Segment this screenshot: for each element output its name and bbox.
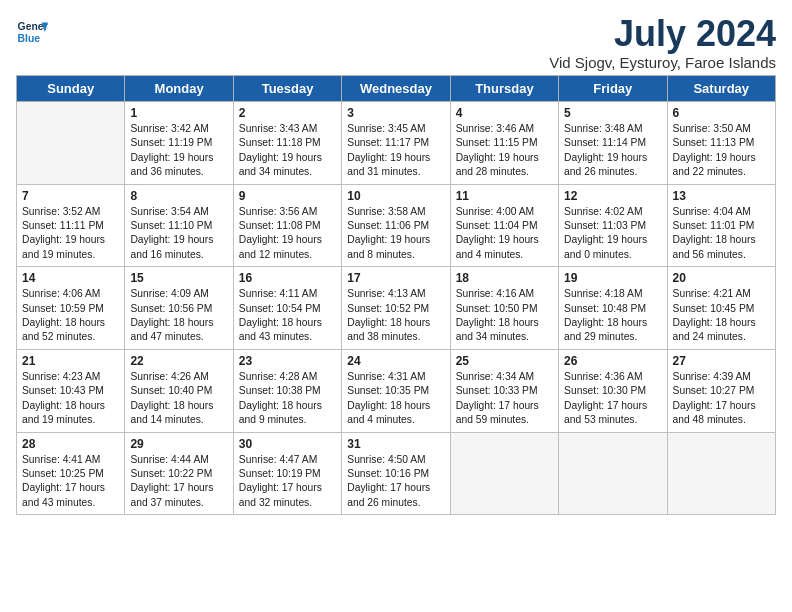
weekday-header-tuesday: Tuesday	[233, 76, 341, 102]
day-number: 17	[347, 271, 444, 285]
cell-info: Sunrise: 3:54 AM Sunset: 11:10 PM Daylig…	[130, 205, 227, 263]
cell-info: Sunrise: 4:02 AM Sunset: 11:03 PM Daylig…	[564, 205, 661, 263]
cell-info: Sunrise: 4:44 AM Sunset: 10:22 PM Daylig…	[130, 453, 227, 511]
cell-info: Sunrise: 4:34 AM Sunset: 10:33 PM Daylig…	[456, 370, 553, 428]
calendar-cell: 30Sunrise: 4:47 AM Sunset: 10:19 PM Dayl…	[233, 432, 341, 515]
cell-info: Sunrise: 3:42 AM Sunset: 11:19 PM Daylig…	[130, 122, 227, 180]
calendar-cell: 6Sunrise: 3:50 AM Sunset: 11:13 PM Dayli…	[667, 102, 775, 185]
calendar-cell: 4Sunrise: 3:46 AM Sunset: 11:15 PM Dayli…	[450, 102, 558, 185]
cell-info: Sunrise: 4:18 AM Sunset: 10:48 PM Daylig…	[564, 287, 661, 345]
calendar-cell	[17, 102, 125, 185]
cell-info: Sunrise: 3:45 AM Sunset: 11:17 PM Daylig…	[347, 122, 444, 180]
calendar-cell	[667, 432, 775, 515]
calendar-cell: 8Sunrise: 3:54 AM Sunset: 11:10 PM Dayli…	[125, 184, 233, 267]
cell-info: Sunrise: 4:47 AM Sunset: 10:19 PM Daylig…	[239, 453, 336, 511]
calendar-week-1: 1Sunrise: 3:42 AM Sunset: 11:19 PM Dayli…	[17, 102, 776, 185]
day-number: 4	[456, 106, 553, 120]
calendar-cell: 11Sunrise: 4:00 AM Sunset: 11:04 PM Dayl…	[450, 184, 558, 267]
calendar-cell: 5Sunrise: 3:48 AM Sunset: 11:14 PM Dayli…	[559, 102, 667, 185]
calendar-table: SundayMondayTuesdayWednesdayThursdayFrid…	[16, 75, 776, 515]
day-number: 7	[22, 189, 119, 203]
day-number: 9	[239, 189, 336, 203]
weekday-header-sunday: Sunday	[17, 76, 125, 102]
cell-info: Sunrise: 4:39 AM Sunset: 10:27 PM Daylig…	[673, 370, 770, 428]
weekday-header-row: SundayMondayTuesdayWednesdayThursdayFrid…	[17, 76, 776, 102]
day-number: 3	[347, 106, 444, 120]
day-number: 19	[564, 271, 661, 285]
day-number: 6	[673, 106, 770, 120]
day-number: 14	[22, 271, 119, 285]
weekday-header-friday: Friday	[559, 76, 667, 102]
calendar-cell: 2Sunrise: 3:43 AM Sunset: 11:18 PM Dayli…	[233, 102, 341, 185]
weekday-header-wednesday: Wednesday	[342, 76, 450, 102]
calendar-cell	[450, 432, 558, 515]
weekday-header-thursday: Thursday	[450, 76, 558, 102]
calendar-week-3: 14Sunrise: 4:06 AM Sunset: 10:59 PM Dayl…	[17, 267, 776, 350]
calendar-cell: 14Sunrise: 4:06 AM Sunset: 10:59 PM Dayl…	[17, 267, 125, 350]
day-number: 18	[456, 271, 553, 285]
calendar-cell: 23Sunrise: 4:28 AM Sunset: 10:38 PM Dayl…	[233, 349, 341, 432]
cell-info: Sunrise: 4:28 AM Sunset: 10:38 PM Daylig…	[239, 370, 336, 428]
calendar-cell: 28Sunrise: 4:41 AM Sunset: 10:25 PM Dayl…	[17, 432, 125, 515]
title-block: July 2024 Vid Sjogv, Eysturoy, Faroe Isl…	[549, 16, 776, 71]
cell-info: Sunrise: 4:21 AM Sunset: 10:45 PM Daylig…	[673, 287, 770, 345]
calendar-week-4: 21Sunrise: 4:23 AM Sunset: 10:43 PM Dayl…	[17, 349, 776, 432]
day-number: 30	[239, 437, 336, 451]
day-number: 15	[130, 271, 227, 285]
cell-info: Sunrise: 3:58 AM Sunset: 11:06 PM Daylig…	[347, 205, 444, 263]
calendar-cell: 29Sunrise: 4:44 AM Sunset: 10:22 PM Dayl…	[125, 432, 233, 515]
calendar-cell: 31Sunrise: 4:50 AM Sunset: 10:16 PM Dayl…	[342, 432, 450, 515]
day-number: 23	[239, 354, 336, 368]
cell-info: Sunrise: 4:16 AM Sunset: 10:50 PM Daylig…	[456, 287, 553, 345]
calendar-cell	[559, 432, 667, 515]
day-number: 20	[673, 271, 770, 285]
cell-info: Sunrise: 3:50 AM Sunset: 11:13 PM Daylig…	[673, 122, 770, 180]
calendar-cell: 27Sunrise: 4:39 AM Sunset: 10:27 PM Dayl…	[667, 349, 775, 432]
calendar-cell: 19Sunrise: 4:18 AM Sunset: 10:48 PM Dayl…	[559, 267, 667, 350]
calendar-week-2: 7Sunrise: 3:52 AM Sunset: 11:11 PM Dayli…	[17, 184, 776, 267]
logo: General Blue	[16, 16, 48, 48]
cell-info: Sunrise: 4:23 AM Sunset: 10:43 PM Daylig…	[22, 370, 119, 428]
day-number: 16	[239, 271, 336, 285]
cell-info: Sunrise: 4:09 AM Sunset: 10:56 PM Daylig…	[130, 287, 227, 345]
location-subtitle: Vid Sjogv, Eysturoy, Faroe Islands	[549, 54, 776, 71]
cell-info: Sunrise: 4:31 AM Sunset: 10:35 PM Daylig…	[347, 370, 444, 428]
calendar-cell: 17Sunrise: 4:13 AM Sunset: 10:52 PM Dayl…	[342, 267, 450, 350]
day-number: 13	[673, 189, 770, 203]
calendar-cell: 15Sunrise: 4:09 AM Sunset: 10:56 PM Dayl…	[125, 267, 233, 350]
day-number: 21	[22, 354, 119, 368]
calendar-cell: 16Sunrise: 4:11 AM Sunset: 10:54 PM Dayl…	[233, 267, 341, 350]
day-number: 25	[456, 354, 553, 368]
day-number: 31	[347, 437, 444, 451]
cell-info: Sunrise: 4:50 AM Sunset: 10:16 PM Daylig…	[347, 453, 444, 511]
day-number: 1	[130, 106, 227, 120]
cell-info: Sunrise: 4:11 AM Sunset: 10:54 PM Daylig…	[239, 287, 336, 345]
page-header: General Blue July 2024 Vid Sjogv, Eystur…	[16, 16, 776, 71]
cell-info: Sunrise: 4:26 AM Sunset: 10:40 PM Daylig…	[130, 370, 227, 428]
day-number: 2	[239, 106, 336, 120]
cell-info: Sunrise: 3:52 AM Sunset: 11:11 PM Daylig…	[22, 205, 119, 263]
day-number: 22	[130, 354, 227, 368]
calendar-cell: 13Sunrise: 4:04 AM Sunset: 11:01 PM Dayl…	[667, 184, 775, 267]
day-number: 28	[22, 437, 119, 451]
cell-info: Sunrise: 4:41 AM Sunset: 10:25 PM Daylig…	[22, 453, 119, 511]
day-number: 5	[564, 106, 661, 120]
calendar-cell: 10Sunrise: 3:58 AM Sunset: 11:06 PM Dayl…	[342, 184, 450, 267]
day-number: 8	[130, 189, 227, 203]
day-number: 10	[347, 189, 444, 203]
cell-info: Sunrise: 4:04 AM Sunset: 11:01 PM Daylig…	[673, 205, 770, 263]
calendar-cell: 26Sunrise: 4:36 AM Sunset: 10:30 PM Dayl…	[559, 349, 667, 432]
day-number: 12	[564, 189, 661, 203]
weekday-header-monday: Monday	[125, 76, 233, 102]
svg-text:Blue: Blue	[18, 33, 41, 44]
calendar-cell: 24Sunrise: 4:31 AM Sunset: 10:35 PM Dayl…	[342, 349, 450, 432]
day-number: 24	[347, 354, 444, 368]
weekday-header-saturday: Saturday	[667, 76, 775, 102]
cell-info: Sunrise: 4:00 AM Sunset: 11:04 PM Daylig…	[456, 205, 553, 263]
calendar-cell: 22Sunrise: 4:26 AM Sunset: 10:40 PM Dayl…	[125, 349, 233, 432]
cell-info: Sunrise: 3:48 AM Sunset: 11:14 PM Daylig…	[564, 122, 661, 180]
month-year-title: July 2024	[549, 16, 776, 52]
calendar-cell: 21Sunrise: 4:23 AM Sunset: 10:43 PM Dayl…	[17, 349, 125, 432]
calendar-cell: 18Sunrise: 4:16 AM Sunset: 10:50 PM Dayl…	[450, 267, 558, 350]
day-number: 11	[456, 189, 553, 203]
